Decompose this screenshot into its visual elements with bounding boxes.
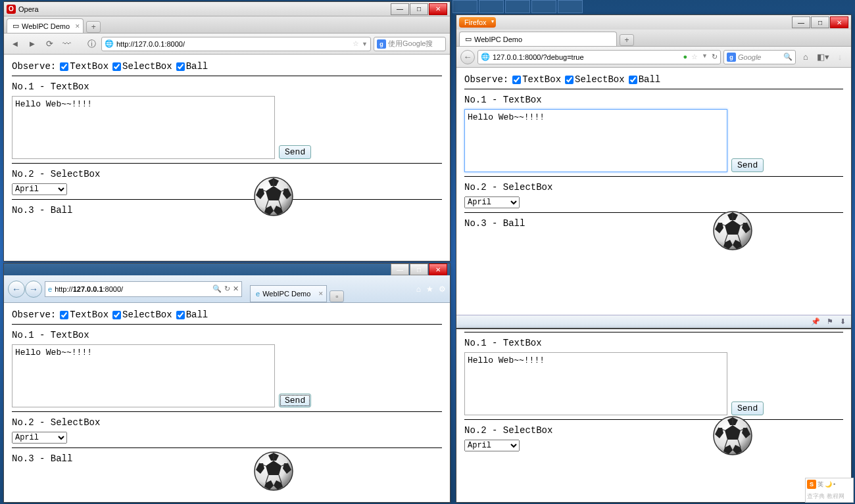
checkbox-ball[interactable]: Ball [176, 309, 208, 320]
reload-button[interactable]: ⟳ [42, 37, 57, 51]
send-button[interactable]: Send [731, 158, 764, 172]
bookmark-star-icon[interactable]: ☆ [691, 53, 698, 61]
search-box[interactable]: g Google 🔍 [723, 50, 796, 64]
address-bar[interactable]: 🌐 127.0.0.1:8000/?debug=true ● ☆ ▼ ↻ [477, 50, 721, 64]
checkbox-selectbox[interactable]: SelectBox [565, 74, 625, 85]
download-icon[interactable]: ⬇ [840, 317, 846, 326]
maximize-button[interactable]: □ [811, 16, 829, 28]
month-select[interactable]: April [464, 196, 520, 208]
send-button[interactable]: Send [279, 394, 311, 407]
browser-tab[interactable]: e WebIPC Demo ✕ [250, 285, 327, 302]
soccer-ball-icon[interactable] [254, 451, 293, 491]
textbox-input[interactable] [12, 344, 275, 407]
section-1-title: No.1 - TextBox [12, 81, 442, 92]
back-button[interactable]: ← [460, 50, 475, 64]
site-info-icon[interactable]: ⓘ [84, 37, 99, 51]
firefox-titlebar[interactable]: Firefox — □ ✕ [456, 15, 851, 30]
browser-tab[interactable]: ▭ WebIPC Demo [459, 32, 617, 46]
ie-titlebar[interactable]: — □ ✕ [4, 263, 450, 275]
minimize-button[interactable]: — [391, 3, 409, 15]
home-button[interactable]: 〰 [59, 37, 74, 51]
checkbox-selectbox[interactable]: SelectBox [112, 61, 172, 72]
address-bar[interactable]: e http://127.0.0.1:8000/ 🔍 ↻ ✕ [45, 281, 242, 297]
stop-icon[interactable]: ✕ [233, 285, 239, 293]
textbox-input[interactable] [464, 352, 727, 415]
month-select[interactable]: April [12, 432, 67, 444]
back-button[interactable]: ← [8, 281, 25, 298]
forward-button[interactable]: ► [25, 37, 39, 51]
close-button[interactable]: ✕ [830, 16, 848, 28]
pin-icon[interactable]: 📌 [811, 317, 820, 326]
opera-app-label: Opera [18, 5, 39, 13]
firefox-menu-button[interactable]: Firefox [459, 17, 496, 28]
minimize-button[interactable]: — [391, 263, 409, 275]
ime-widget[interactable]: S英🌙• 查字典 教程网 [805, 478, 854, 503]
tab-title: WebIPC Demo [474, 35, 522, 43]
month-select[interactable]: April [464, 440, 520, 451]
maximize-button[interactable]: □ [410, 263, 428, 275]
month-select[interactable]: April [12, 183, 67, 195]
new-tab-button[interactable]: + [620, 34, 634, 46]
bookmark-star-icon[interactable]: ☆ [353, 39, 359, 48]
close-button[interactable]: ✕ [429, 263, 447, 275]
desktop-taskbar-peek [452, 0, 583, 13]
share-icon[interactable]: ● [683, 53, 687, 61]
firefox-statusbar: 📌 ⚑ ⬇ [456, 315, 851, 328]
ie-page-icon: e [256, 290, 260, 298]
opera-tabbar: ▭ WebIPC Demo ✕ + [4, 16, 450, 34]
dropdown-icon[interactable]: ▼ [702, 53, 708, 61]
bookmarks-menu-button[interactable]: ◧▾ [816, 50, 830, 64]
search-icon[interactable]: 🔍 [783, 53, 793, 61]
search-icon[interactable]: 🔍 [212, 285, 222, 293]
home-button[interactable]: ⌂ [798, 50, 813, 64]
soccer-ball-icon[interactable] [713, 416, 752, 455]
tools-icon[interactable]: ⚙ [439, 285, 446, 294]
send-button[interactable]: Send [279, 145, 311, 159]
favorites-icon[interactable]: ★ [426, 285, 433, 294]
close-button[interactable]: ✕ [429, 3, 447, 15]
tab-close-icon[interactable]: ✕ [318, 290, 324, 297]
checkbox-textbox[interactable]: TextBox [512, 74, 561, 85]
send-button[interactable]: Send [731, 401, 764, 415]
soccer-ball-icon[interactable] [713, 211, 752, 250]
dot-icon: • [833, 481, 835, 488]
textbox-input[interactable] [12, 96, 275, 159]
maximize-button[interactable]: □ [410, 3, 428, 15]
forward-button[interactable]: → [25, 281, 42, 298]
url-text: 127.0.0.1:8000/?debug=true [493, 53, 584, 61]
new-tab-button[interactable]: + [86, 21, 101, 33]
ie-content: Observe: TextBox SelectBox Ball No.1 - T… [4, 303, 450, 502]
checkbox-textbox[interactable]: TextBox [60, 61, 109, 72]
back-button[interactable]: ◄ [8, 37, 22, 51]
soccer-ball-icon[interactable] [254, 177, 293, 216]
page-icon: ▭ [465, 35, 472, 43]
opera-titlebar[interactable]: O Opera — □ ✕ [4, 2, 450, 16]
globe-icon: 🌐 [481, 53, 490, 61]
section-2-title: No.2 - SelectBox [12, 169, 442, 179]
checkbox-selectbox[interactable]: SelectBox [112, 309, 172, 320]
tab-close-icon[interactable]: ✕ [75, 23, 80, 30]
dropdown-icon[interactable]: ▼ [362, 41, 368, 47]
minimize-button[interactable]: — [792, 16, 810, 28]
address-bar[interactable]: 🌐 http://127.0.0.1:8000/ ☆ ▼ [101, 37, 371, 51]
home-icon[interactable]: ⌂ [416, 285, 421, 294]
downloads-button[interactable]: ↓ [833, 50, 847, 64]
section-3-title: No.3 - Ball [12, 205, 442, 216]
browser-tab[interactable]: ▭ WebIPC Demo ✕ [7, 18, 84, 33]
sogou-icon: S [807, 480, 816, 489]
section-2-title: No.2 - SelectBox [464, 182, 843, 193]
reload-icon[interactable]: ↻ [224, 285, 230, 293]
textbox-input[interactable] [464, 109, 727, 172]
checkbox-textbox[interactable]: TextBox [60, 309, 109, 320]
checkbox-ball[interactable]: Ball [629, 74, 661, 85]
new-tab-button[interactable]: ▫ [330, 290, 344, 302]
flag-icon[interactable]: ⚑ [827, 317, 833, 326]
search-box[interactable]: g 使用Google搜 [374, 37, 446, 51]
search-placeholder: Google [738, 53, 761, 61]
checkbox-ball[interactable]: Ball [176, 61, 208, 72]
ie-window: — □ ✕ ← → e http://127.0.0.1:8000/ 🔍 ↻ ✕… [3, 263, 451, 503]
reload-icon[interactable]: ↻ [712, 53, 718, 61]
ie2-window: No.1 - TextBox Send No.2 - SelectBox Apr… [456, 329, 852, 503]
ie-logo-icon: e [48, 285, 52, 293]
observe-label: Observe: [12, 309, 56, 320]
